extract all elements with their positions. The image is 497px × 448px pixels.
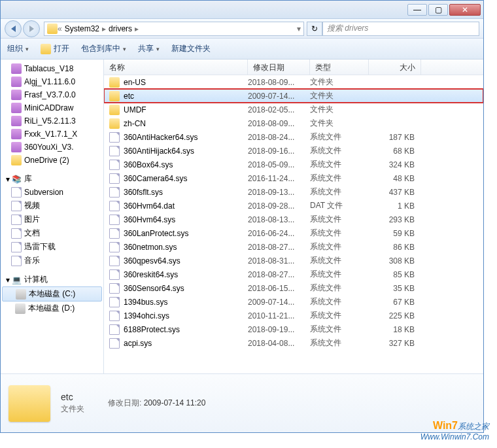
- table-row[interactable]: 1394bus.sys2009-07-14...系统文件67 KB: [104, 295, 483, 309]
- close-button[interactable]: ✕: [449, 4, 481, 16]
- tree-libraries[interactable]: ▾ 📚 库: [2, 172, 102, 186]
- file-list[interactable]: en-US2018-08-09...文件夹etc2009-07-14...文件夹…: [104, 75, 483, 373]
- table-row[interactable]: 360Sensor64.sys2018-06-15...系统文件35 KB: [104, 281, 483, 295]
- tree-item[interactable]: 文档: [2, 226, 102, 240]
- details-type: 文件夹: [61, 404, 84, 415]
- maximize-button[interactable]: ▢: [428, 4, 448, 16]
- lib-icon: [11, 215, 22, 225]
- table-row[interactable]: 360fsflt.sys2018-09-13...系统文件437 KB: [104, 185, 483, 199]
- body: Tablacus_V18Algj_V1.11.6.0Frasf_V3.7.0.0…: [1, 60, 483, 373]
- table-row[interactable]: 1394ohci.sys2010-11-21...系统文件225 KB: [104, 309, 483, 322]
- column-headers: 名称 修改日期 类型 大小: [104, 60, 483, 75]
- tree-drive[interactable]: 本地磁盘 (C:): [2, 286, 102, 302]
- tree-item[interactable]: RiLi_V5.2.11.3: [2, 114, 102, 128]
- table-row[interactable]: 360Camera64.sys2016-11-24...系统文件48 KB: [104, 171, 483, 185]
- table-row[interactable]: 360LanProtect.sys2016-06-24...系统文件59 KB: [104, 226, 483, 240]
- col-name[interactable]: 名称: [104, 60, 248, 75]
- rar-icon: [11, 129, 22, 139]
- table-row[interactable]: zh-CN2018-08-09...文件夹: [104, 116, 483, 130]
- toolbar: 组织 打开 包含到库中 共享 新建文件夹: [1, 39, 483, 60]
- table-row[interactable]: 360Hvm64.dat2018-09-28...DAT 文件1 KB: [104, 199, 483, 213]
- file-icon: [109, 311, 120, 321]
- tree-computer[interactable]: ▾ 💻 计算机: [2, 273, 102, 286]
- breadcrumb[interactable]: « System32 ▸ drivers ▸ ▾: [44, 22, 304, 36]
- breadcrumb-item[interactable]: System32: [62, 24, 102, 33]
- table-row[interactable]: 360AntiHijack64.sys2018-09-16...系统文件68 K…: [104, 144, 483, 158]
- lib-icon: [11, 228, 22, 239]
- folder-icon: [109, 118, 120, 129]
- table-row[interactable]: acpi.sys2018-04-08...系统文件327 KB: [104, 336, 483, 350]
- file-icon: [109, 338, 120, 349]
- tree-item[interactable]: 360YouXi_V3.: [2, 141, 102, 154]
- tree-item[interactable]: Tablacus_V18: [2, 62, 102, 75]
- file-icon: [109, 283, 120, 294]
- list-pane: 名称 修改日期 类型 大小 en-US2018-08-09...文件夹etc20…: [104, 60, 483, 373]
- table-row[interactable]: 6188Protect.sys2018-09-19...系统文件18 KB: [104, 322, 483, 336]
- tree-item[interactable]: 迅雷下载: [2, 240, 102, 254]
- lib-icon: [11, 187, 22, 198]
- file-icon: [109, 256, 120, 266]
- lib-icon: [11, 256, 22, 266]
- rar-icon: [11, 77, 22, 87]
- tree-drive[interactable]: 本地磁盘 (D:): [2, 302, 102, 315]
- rar-icon: [11, 142, 22, 152]
- include-library-menu[interactable]: 包含到库中: [81, 43, 126, 54]
- table-row[interactable]: 360qpesv64.sys2018-08-31...系统文件308 KB: [104, 254, 483, 267]
- breadcrumb-item[interactable]: drivers: [106, 24, 135, 33]
- details-pane: etc 文件夹 修改日期: 2009-07-14 11:20: [1, 373, 483, 432]
- open-button[interactable]: 打开: [41, 43, 69, 54]
- file-icon: [109, 215, 120, 225]
- tree-item[interactable]: 视频: [2, 199, 102, 213]
- organize-menu[interactable]: 组织: [7, 43, 29, 54]
- file-icon: [109, 297, 120, 307]
- col-size[interactable]: 大小: [369, 60, 421, 75]
- folder-icon: [9, 385, 50, 422]
- search-input[interactable]: 搜索 drivers: [322, 22, 479, 36]
- table-row[interactable]: 360netmon.sys2018-08-27...系统文件86 KB: [104, 240, 483, 254]
- table-row[interactable]: etc2009-07-14...文件夹: [104, 89, 483, 103]
- rar-icon: [11, 116, 22, 126]
- col-date[interactable]: 修改日期: [248, 60, 310, 75]
- col-type[interactable]: 类型: [310, 60, 369, 75]
- table-row[interactable]: en-US2018-08-09...文件夹: [104, 75, 483, 89]
- tree-pane[interactable]: Tablacus_V18Algj_V1.11.6.0Frasf_V3.7.0.0…: [1, 60, 104, 373]
- folder-icon: [47, 24, 58, 34]
- titlebar: — ▢ ✕: [1, 1, 483, 19]
- tree-item[interactable]: 图片: [2, 213, 102, 226]
- refresh-button[interactable]: ↻: [307, 22, 322, 36]
- folder-icon: [11, 155, 22, 165]
- file-icon: [109, 173, 120, 184]
- folder-icon: [109, 77, 120, 88]
- lib-icon: [11, 201, 22, 211]
- rar-icon: [11, 90, 22, 100]
- new-folder-button[interactable]: 新建文件夹: [171, 43, 211, 54]
- table-row[interactable]: 360reskit64.sys2018-08-27...系统文件85 KB: [104, 267, 483, 281]
- tree-item[interactable]: OneDrive (2): [2, 154, 102, 167]
- tree-item[interactable]: MiniCADDraw: [2, 101, 102, 114]
- table-row[interactable]: 360Hvm64.sys2018-08-13...系统文件293 KB: [104, 213, 483, 226]
- file-icon: [109, 201, 120, 211]
- back-button[interactable]: [5, 20, 22, 37]
- tree-item[interactable]: Fxxk_V1.7.1_X: [2, 128, 102, 141]
- table-row[interactable]: 360Box64.sys2018-05-09...系统文件324 KB: [104, 158, 483, 171]
- file-icon: [109, 228, 120, 239]
- table-row[interactable]: UMDF2018-02-05...文件夹: [104, 103, 483, 116]
- tree-item[interactable]: Subversion: [2, 186, 102, 199]
- file-icon: [109, 187, 120, 198]
- rar-icon: [11, 63, 22, 74]
- nav-bar: « System32 ▸ drivers ▸ ▾ ↻ 搜索 drivers: [1, 19, 483, 39]
- watermark: Win7系统之家 Www.Winwin7.Com: [420, 420, 489, 441]
- share-menu[interactable]: 共享: [138, 43, 160, 54]
- details-date-label: 修改日期:: [108, 398, 141, 407]
- forward-button[interactable]: [23, 20, 40, 37]
- table-row[interactable]: 360AntiHacker64.sys2018-08-24...系统文件187 …: [104, 130, 483, 144]
- tree-item[interactable]: Algj_V1.11.6.0: [2, 75, 102, 88]
- folder-icon: [109, 91, 120, 101]
- file-icon: [109, 324, 120, 335]
- tree-item[interactable]: Frasf_V3.7.0.0: [2, 88, 102, 101]
- tree-item[interactable]: 音乐: [2, 254, 102, 267]
- file-icon: [109, 242, 120, 252]
- minimize-button[interactable]: —: [407, 4, 427, 16]
- open-icon: [41, 44, 51, 54]
- file-icon: [109, 269, 120, 280]
